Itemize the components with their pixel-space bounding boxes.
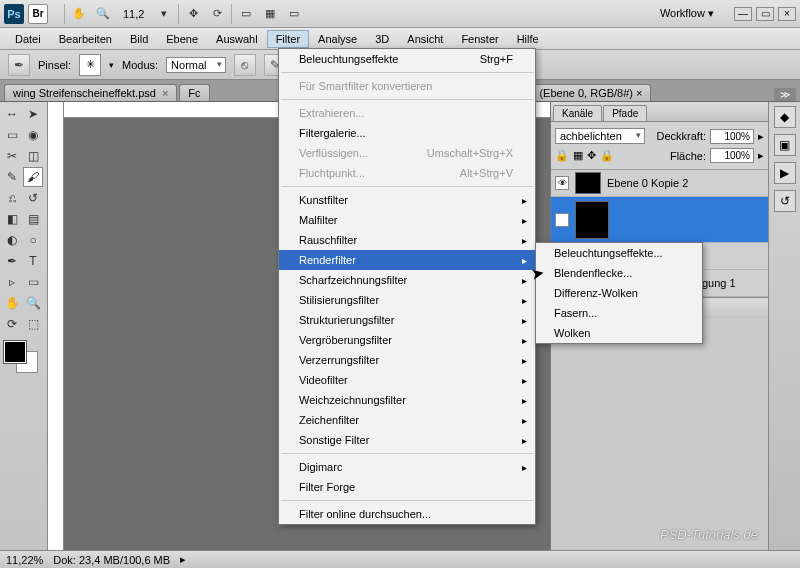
mi-digimarc[interactable]: Digimarc xyxy=(279,457,535,477)
chevron-icon[interactable]: ▸ xyxy=(758,130,764,143)
mi-video[interactable]: Videofilter xyxy=(279,370,535,390)
mi-verzerrung[interactable]: Verzerrungsfilter xyxy=(279,350,535,370)
visibility-icon[interactable]: 👁 xyxy=(555,213,569,227)
fill-field[interactable]: 100% xyxy=(710,148,754,163)
layer-row-selected[interactable]: 👁 xyxy=(551,197,768,243)
menu-filter[interactable]: Filter xyxy=(267,30,309,48)
mi-malfilter[interactable]: Malfilter xyxy=(279,210,535,230)
smi-differenzwolken[interactable]: Differenz-Wolken xyxy=(536,283,702,303)
move-tool-icon[interactable]: ↔ xyxy=(2,104,22,124)
history-panel-icon[interactable]: ↺ xyxy=(774,190,796,212)
mi-filterforge[interactable]: Filter Forge xyxy=(279,477,535,497)
mi-last-filter[interactable]: BeleuchtungseffekteStrg+F xyxy=(279,49,535,69)
lock-all-icon[interactable]: 🔒 xyxy=(600,149,614,162)
layer-thumb[interactable] xyxy=(575,201,609,239)
chevron-right-icon[interactable]: ▸ xyxy=(180,553,186,566)
mi-scharfzeichnung[interactable]: Scharfzeichnungsfilter xyxy=(279,270,535,290)
chevron-down-icon[interactable]: ▾ xyxy=(109,60,114,70)
mi-zeichenfilter[interactable]: Zeichenfilter xyxy=(279,410,535,430)
shape-tool-icon[interactable]: ▭ xyxy=(23,272,43,292)
eyedropper-tool-icon[interactable]: ✎ xyxy=(2,167,22,187)
mi-sonstige[interactable]: Sonstige Filter xyxy=(279,430,535,450)
arrow-tool-icon[interactable]: ➤ xyxy=(23,104,43,124)
swatches-panel-icon[interactable]: ◆ xyxy=(774,106,796,128)
tab-scroll-button[interactable]: ≫ xyxy=(774,88,796,101)
photoshop-icon[interactable]: Ps xyxy=(4,4,24,24)
mi-kunstfilter[interactable]: Kunstfilter xyxy=(279,190,535,210)
dodge-tool-icon[interactable]: ○ xyxy=(23,230,43,250)
crop-tool-icon[interactable]: ✂ xyxy=(2,146,22,166)
close-button[interactable]: × xyxy=(778,7,796,21)
menu-ansicht[interactable]: Ansicht xyxy=(398,30,452,48)
smi-beleuchtung[interactable]: Beleuchtungseffekte... xyxy=(536,243,702,263)
blend-mode-select[interactable]: achbelichten xyxy=(555,128,645,144)
document-tab-2[interactable]: Fc xyxy=(179,84,209,101)
fg-color-swatch[interactable] xyxy=(4,341,26,363)
blur-tool-icon[interactable]: ◐ xyxy=(2,230,22,250)
path-tool-icon[interactable]: ▹ xyxy=(2,272,22,292)
layer-thumb[interactable] xyxy=(575,172,601,194)
chevron-down-icon[interactable]: ▾ xyxy=(156,6,172,22)
3d-tool-icon[interactable]: ⬚ xyxy=(23,314,43,334)
rotate-tool-icon[interactable]: ⟳ xyxy=(2,314,22,334)
tab-pfade[interactable]: Pfade xyxy=(603,105,647,121)
mi-weichzeichnung[interactable]: Weichzeichnungsfilter xyxy=(279,390,535,410)
smi-fasern[interactable]: Fasern... xyxy=(536,303,702,323)
mi-vergroeberung[interactable]: Vergröberungsfilter xyxy=(279,330,535,350)
workspace-switcher[interactable]: Workflow ▾ xyxy=(650,3,724,24)
status-zoom[interactable]: 11,22% xyxy=(6,554,43,566)
visibility-icon[interactable]: 👁 xyxy=(555,176,569,190)
maximize-button[interactable]: ▭ xyxy=(756,7,774,21)
mi-rauschfilter[interactable]: Rauschfilter xyxy=(279,230,535,250)
smi-wolken[interactable]: Wolken xyxy=(536,323,702,343)
rotate-icon[interactable]: ⟳ xyxy=(209,6,225,22)
screenmode-icon[interactable]: ▭ xyxy=(238,6,254,22)
hand-tool-icon[interactable]: ✥ xyxy=(185,6,201,22)
type-tool-icon[interactable]: T xyxy=(23,251,43,271)
layer-row[interactable]: 👁Ebene 0 Kopie 2 xyxy=(551,170,768,197)
zoom-tool-icon[interactable]: 🔍 xyxy=(23,293,43,313)
tab-kanaele[interactable]: Kanäle xyxy=(553,105,602,121)
opacity-field[interactable]: 100% xyxy=(710,129,754,144)
minimize-button[interactable]: — xyxy=(734,7,752,21)
status-doc-size[interactable]: Dok: 23,4 MB/100,6 MB xyxy=(53,554,170,566)
color-swatches[interactable] xyxy=(2,341,42,375)
close-tab-icon[interactable]: × xyxy=(162,87,168,99)
mi-online[interactable]: Filter online durchsuchen... xyxy=(279,504,535,524)
stamp-tool-icon[interactable]: ⎌ xyxy=(2,188,22,208)
layer-name[interactable]: Ebene 0 Kopie 2 xyxy=(607,177,688,189)
screenmode2-icon[interactable]: ▭ xyxy=(286,6,302,22)
lasso-tool-icon[interactable]: ◉ xyxy=(23,125,43,145)
airbrush-icon[interactable]: ⎋ xyxy=(234,54,256,76)
styles-panel-icon[interactable]: ▣ xyxy=(774,134,796,156)
menu-bearbeiten[interactable]: Bearbeiten xyxy=(50,30,121,48)
marquee-tool-icon[interactable]: ▭ xyxy=(2,125,22,145)
slice-tool-icon[interactable]: ◫ xyxy=(23,146,43,166)
bridge-icon[interactable]: Br xyxy=(28,4,48,24)
menu-bild[interactable]: Bild xyxy=(121,30,157,48)
brush-tool-icon[interactable]: 🖌 xyxy=(23,167,43,187)
menu-datei[interactable]: Datei xyxy=(6,30,50,48)
actions-panel-icon[interactable]: ▶ xyxy=(774,162,796,184)
mi-stilisierung[interactable]: Stilisierungsfilter xyxy=(279,290,535,310)
document-tab-1[interactable]: wing Streifenscheineffekt.psd× xyxy=(4,84,177,101)
zoom-icon[interactable]: 🔍 xyxy=(95,6,111,22)
mi-renderfilter[interactable]: Renderfilter xyxy=(279,250,535,270)
menu-fenster[interactable]: Fenster xyxy=(452,30,507,48)
gradient-tool-icon[interactable]: ▤ xyxy=(23,209,43,229)
menu-auswahl[interactable]: Auswahl xyxy=(207,30,267,48)
hand-tool-icon[interactable]: ✋ xyxy=(2,293,22,313)
menu-analyse[interactable]: Analyse xyxy=(309,30,366,48)
menu-ebene[interactable]: Ebene xyxy=(157,30,207,48)
eraser-tool-icon[interactable]: ◧ xyxy=(2,209,22,229)
smi-blendenflecke[interactable]: Blendenflecke... xyxy=(536,263,702,283)
chevron-icon[interactable]: ▸ xyxy=(758,149,764,162)
menu-3d[interactable]: 3D xyxy=(366,30,398,48)
lock-position-icon[interactable]: ✥ xyxy=(587,149,596,162)
brush-preview[interactable]: ✳ xyxy=(79,54,101,76)
lock-pixels-icon[interactable]: ▦ xyxy=(573,149,583,162)
lock-icon[interactable]: 🔒 xyxy=(555,149,569,162)
history-brush-icon[interactable]: ↺ xyxy=(23,188,43,208)
zoom-value[interactable]: 11,2 xyxy=(123,8,144,20)
hand-icon[interactable]: ✋ xyxy=(71,6,87,22)
